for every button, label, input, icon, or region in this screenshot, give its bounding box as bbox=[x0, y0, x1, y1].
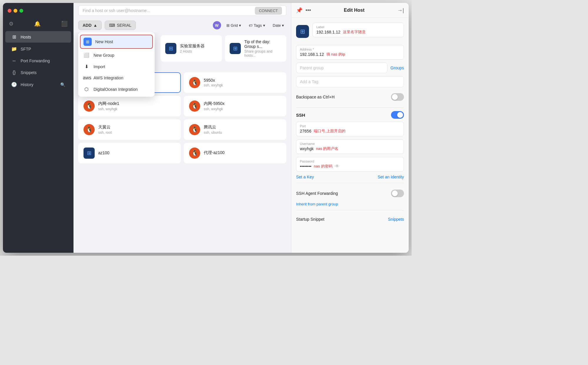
tip-name: Tip of the day: Group s... bbox=[244, 39, 282, 49]
new-host-icon: ⊞ bbox=[83, 38, 92, 46]
maximize-button[interactable] bbox=[19, 9, 23, 13]
date-chevron-icon: ▾ bbox=[282, 23, 284, 28]
sftp-label: SFTP bbox=[21, 47, 65, 51]
ssh-section-title: SSH bbox=[296, 113, 305, 118]
history-search-icon[interactable]: 🔍 bbox=[60, 82, 65, 87]
sidebar-item-port-forwarding[interactable]: ↔ Port Forwarding bbox=[5, 55, 71, 66]
host-info-6: 腾讯云 ssh, ubuntu bbox=[204, 125, 281, 135]
sftp-icon: 📁 bbox=[11, 46, 17, 52]
aws-icon: aws bbox=[83, 75, 90, 81]
password-eye-icon[interactable]: 👁 bbox=[335, 164, 340, 169]
divider-3 bbox=[296, 210, 404, 210]
new-group-menu-item[interactable]: ⬜ New Group bbox=[78, 49, 155, 61]
tags-button[interactable]: 🏷 Tags ▾ bbox=[246, 22, 267, 29]
address-field-container[interactable]: Address * 192.168.1.12 填 nas 的ip bbox=[296, 45, 404, 60]
new-host-menu-item[interactable]: ⊞ New Host bbox=[80, 35, 153, 49]
address-field-label: Address * bbox=[300, 48, 400, 51]
sidebar-titlebar bbox=[3, 3, 74, 18]
set-identity-link[interactable]: Set an Identity bbox=[377, 175, 404, 179]
ssh-agent-label: SSH Agent Forwarding bbox=[296, 191, 338, 196]
more-options-icon[interactable]: ••• bbox=[305, 7, 311, 14]
sidebar: ⚙ 🔔 ⬛ ⊞ Hosts 📁 SFTP ↔ Port Forwarding {… bbox=[3, 3, 74, 253]
label-field-label: Label bbox=[316, 25, 400, 29]
pin-icon[interactable]: 📌 bbox=[296, 7, 303, 14]
user-avatar[interactable]: W bbox=[213, 21, 221, 29]
history-label: History bbox=[21, 82, 57, 87]
startup-snippet-row: Startup Snippet Snippets bbox=[296, 214, 404, 225]
panel-close-arrow-icon[interactable]: →| bbox=[397, 7, 404, 14]
settings-icon[interactable]: ⚙ bbox=[9, 21, 14, 27]
add-button[interactable]: ADD ▲ bbox=[78, 21, 102, 30]
ssh-agent-toggle[interactable] bbox=[391, 190, 404, 197]
username-field-container[interactable]: Username wxyhgk nas 的用户名 bbox=[296, 139, 404, 154]
notification-icon[interactable]: 🔔 bbox=[34, 21, 41, 27]
sidebar-item-snippets[interactable]: {} Snippets bbox=[5, 67, 71, 78]
password-field-label: Password bbox=[300, 160, 400, 163]
main-titlebar: Find a host or ssh user@hostname... CONN… bbox=[74, 3, 291, 18]
username-value-text[interactable]: wxyhgk bbox=[300, 146, 314, 151]
new-group-icon: ⬜ bbox=[83, 52, 90, 58]
grid-icon: ⊞ bbox=[226, 23, 230, 28]
host-card-tianyiyun[interactable]: 🐧 天翼云 ssh, root bbox=[78, 119, 181, 140]
host-icon-orange-4: 🐧 bbox=[189, 101, 200, 112]
parent-group-field[interactable]: Parent group bbox=[296, 63, 387, 73]
address-field-value: 192.168.1.12 填 nas 的ip bbox=[300, 52, 400, 57]
port-field-container[interactable]: Port 27656 端口号,上面开启的 bbox=[296, 122, 404, 136]
backspace-toggle-row: Backspace as Ctrl+H bbox=[296, 90, 404, 104]
host-card-az100[interactable]: ⊞ az100 bbox=[78, 143, 181, 163]
minimize-button[interactable] bbox=[14, 9, 17, 13]
lab-server-name: 实验室服务器 bbox=[180, 43, 217, 49]
key-identity-row: Set a Key Set an Identity bbox=[296, 175, 404, 179]
sidebar-item-hosts[interactable]: ⊞ Hosts bbox=[5, 31, 71, 43]
host-card-tengxunyun[interactable]: 🐧 腾讯云 ssh, ubuntu bbox=[184, 119, 286, 140]
snippets-link[interactable]: Snippets bbox=[388, 217, 404, 222]
grid-view-button[interactable]: ⊞ Grid ▾ bbox=[224, 22, 244, 29]
inherit-link[interactable]: Inherit from parent group bbox=[296, 202, 338, 206]
ssh-agent-toggle-thumb bbox=[392, 190, 398, 196]
host-icon-orange-6: 🐧 bbox=[189, 124, 200, 135]
digitalocean-menu-item[interactable]: ⬡ DigitalOcean Integration bbox=[78, 83, 155, 95]
import-menu-item[interactable]: ⬇ Import bbox=[78, 61, 155, 72]
add-label: ADD bbox=[83, 23, 91, 28]
group-cards-grid: ⊞ 实验室服务器 2 Hosts ⊞ Tip of the day: Group… bbox=[161, 35, 286, 62]
address-value-text[interactable]: 192.168.1.12 bbox=[300, 52, 324, 57]
set-key-link[interactable]: Set a Key bbox=[296, 175, 314, 179]
terminal-icon[interactable]: ⬛ bbox=[61, 21, 68, 27]
connect-button[interactable]: CONNECT bbox=[255, 7, 282, 15]
serial-button[interactable]: ⌨ SERIAL bbox=[105, 21, 136, 30]
backspace-toggle[interactable] bbox=[391, 93, 404, 101]
tag-field[interactable]: Add a Tag bbox=[296, 76, 404, 87]
divider-2 bbox=[296, 183, 404, 183]
host-info-7: az100 bbox=[98, 150, 176, 156]
snippets-icon: {} bbox=[11, 70, 17, 75]
ssh-toggle[interactable] bbox=[391, 111, 404, 119]
ssh-agent-row: SSH Agent Forwarding bbox=[296, 187, 404, 200]
host-name-4: 内网-5950x bbox=[204, 101, 281, 106]
sidebar-item-history[interactable]: 🕐 History 🔍 bbox=[5, 79, 71, 90]
host-card-neiwang-5950x[interactable]: 🐧 内网-5950x ssh, wxyhgk bbox=[184, 96, 286, 116]
serial-label: SERIAL bbox=[117, 23, 131, 28]
tip-card[interactable]: ⊞ Tip of the day: Group s... Share group… bbox=[225, 35, 286, 62]
close-button[interactable] bbox=[8, 9, 11, 13]
label-value-text[interactable]: 192.168.1.12 bbox=[316, 30, 340, 34]
sidebar-item-sftp[interactable]: 📁 SFTP bbox=[5, 43, 71, 55]
host-info-2: 5950x ssh, wxyhgk bbox=[204, 78, 281, 87]
host-name-2: 5950x bbox=[204, 78, 281, 83]
port-value-text[interactable]: 27656 bbox=[300, 129, 311, 133]
host-card-neiwang-node1[interactable]: 🐧 内网-node1 ssh, wxyhgk bbox=[78, 96, 181, 116]
tags-label: Tags bbox=[254, 23, 262, 28]
password-value-text[interactable]: •••••••• bbox=[300, 164, 311, 169]
host-sub-3: ssh, wxyhgk bbox=[98, 107, 176, 111]
host-card-5950x[interactable]: 🐧 5950x ssh, wxyhgk bbox=[184, 72, 286, 93]
groups-link[interactable]: Groups bbox=[390, 66, 404, 70]
panel-header: 📌 ••• Edit Host →| bbox=[291, 3, 409, 18]
tags-chevron-icon: ▾ bbox=[263, 23, 265, 28]
date-button[interactable]: Date ▾ bbox=[270, 22, 286, 29]
host-card-daili-az100[interactable]: 🐧 代理-az100 bbox=[184, 143, 286, 163]
lab-server-card[interactable]: ⊞ 实验室服务器 2 Hosts bbox=[161, 35, 222, 62]
aws-menu-item[interactable]: aws AWS Integration bbox=[78, 72, 155, 83]
username-annotation: nas 的用户名 bbox=[316, 146, 339, 151]
password-field-container[interactable]: Password •••••••• nas 的密码 👁 bbox=[296, 157, 404, 172]
search-bar[interactable]: Find a host or ssh user@hostname... CONN… bbox=[78, 5, 286, 16]
lab-server-info: 实验室服务器 2 Hosts bbox=[180, 43, 217, 53]
